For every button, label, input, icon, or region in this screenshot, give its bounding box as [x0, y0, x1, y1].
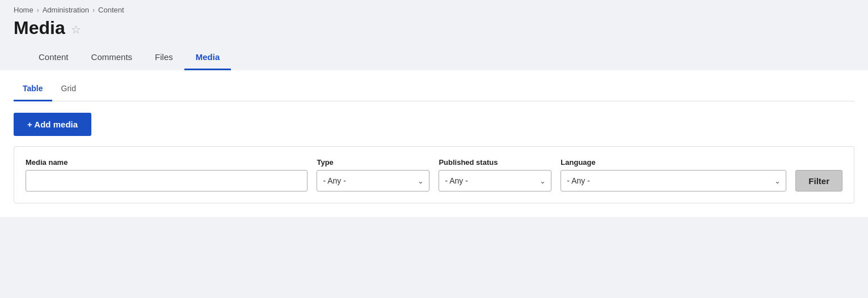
add-media-button[interactable]: + Add media	[14, 113, 91, 136]
page-wrapper: Home › Administration › Content Media ☆ …	[0, 0, 868, 217]
breadcrumb-sep-1: ›	[37, 6, 39, 14]
type-select[interactable]: - Any -	[317, 170, 429, 191]
main-tabs: Content Comments Files Media	[14, 39, 854, 70]
filter-button[interactable]: Filter	[795, 170, 842, 191]
tab-content[interactable]: Content	[27, 46, 80, 70]
published-status-select[interactable]: - Any -	[439, 170, 551, 191]
language-field: Language - Any - ⌄	[561, 158, 786, 191]
media-name-input[interactable]	[26, 170, 307, 191]
breadcrumb: Home › Administration › Content	[14, 6, 854, 14]
page-title: Media	[14, 18, 65, 39]
filter-fields: Media name Type - Any - ⌄ Published stat…	[26, 158, 842, 191]
sub-tab-table[interactable]: Table	[14, 79, 52, 101]
language-label: Language	[561, 158, 786, 167]
published-status-select-wrapper: - Any - ⌄	[439, 170, 551, 191]
media-name-field: Media name	[26, 158, 307, 191]
type-select-wrapper: - Any - ⌄	[317, 170, 429, 191]
language-select-wrapper: - Any - ⌄	[561, 170, 786, 191]
published-status-field: Published status - Any - ⌄	[439, 158, 551, 191]
sub-tab-grid[interactable]: Grid	[52, 79, 85, 101]
breadcrumb-administration[interactable]: Administration	[43, 6, 89, 14]
header-area: Home › Administration › Content Media ☆ …	[0, 0, 868, 70]
breadcrumb-home[interactable]: Home	[14, 6, 33, 14]
media-name-label: Media name	[26, 158, 307, 167]
language-select[interactable]: - Any -	[561, 170, 786, 191]
tab-comments[interactable]: Comments	[80, 46, 144, 70]
published-status-label: Published status	[439, 158, 551, 167]
sub-tabs: Table Grid	[14, 70, 854, 101]
type-label: Type	[317, 158, 429, 167]
page-title-row: Media ☆	[14, 18, 854, 39]
type-field: Type - Any - ⌄	[317, 158, 429, 191]
filter-box: Media name Type - Any - ⌄ Published stat…	[14, 146, 854, 203]
content-area: Table Grid + Add media Media name Type -…	[0, 70, 868, 217]
tab-media[interactable]: Media	[184, 46, 231, 70]
tab-files[interactable]: Files	[144, 46, 184, 70]
favorite-star-icon[interactable]: ☆	[71, 24, 81, 35]
breadcrumb-sep-2: ›	[92, 6, 95, 14]
breadcrumb-content[interactable]: Content	[98, 6, 124, 14]
